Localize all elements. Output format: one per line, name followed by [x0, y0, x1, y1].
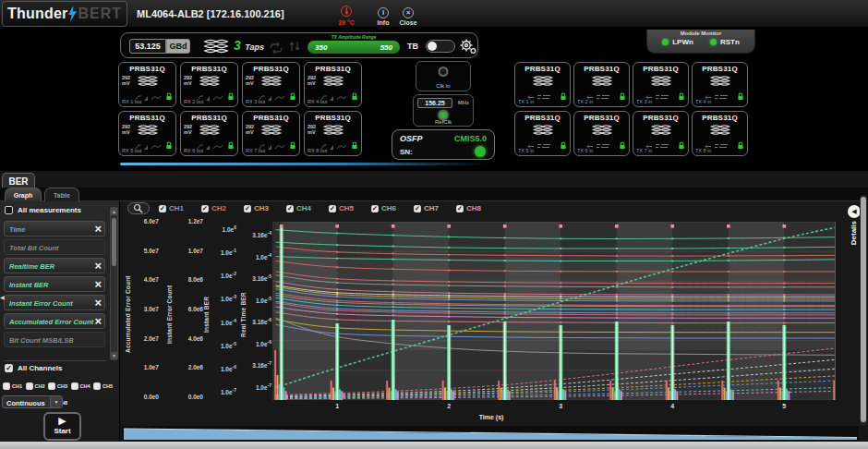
- tab-table[interactable]: Table: [44, 188, 79, 201]
- legend-channel-ch6[interactable]: ✓CH6: [371, 204, 396, 212]
- channel-checkbox[interactable]: ✓: [48, 382, 55, 390]
- legend-channel-ch8[interactable]: ✓CH8: [456, 204, 481, 212]
- zoom-tool-button[interactable]: [127, 202, 150, 214]
- info-button[interactable]: i Info: [369, 2, 397, 26]
- chevron-down-icon[interactable]: ▼: [50, 396, 62, 407]
- toggle-knob: [428, 42, 437, 51]
- rx-card-rx-8-out[interactable]: PRBS31Q292mVRX 8 out: [304, 111, 362, 156]
- ber-graph-plot[interactable]: [272, 222, 836, 400]
- rx-card-rx-7-out[interactable]: PRBS31Q292mVRX 7 out: [242, 111, 300, 156]
- measurement-item-accumulated-error-count[interactable]: Accumulated Error Count×: [4, 313, 105, 329]
- all-measurements-row[interactable]: All measurements: [5, 206, 81, 214]
- scroll-up-icon[interactable]: ▲: [111, 208, 117, 215]
- measurement-item-time[interactable]: Time×: [4, 221, 105, 237]
- y-tick: 1.0e7: [127, 364, 159, 370]
- legend-channel-ch3[interactable]: ✓CH3: [244, 204, 269, 212]
- tx-card-tx-2-in[interactable]: PRBS31QTX 2 in: [573, 62, 630, 107]
- tx-card-tx-1-in[interactable]: PRBS31QTX 1 in: [514, 62, 571, 107]
- rx-card-rx-1-out[interactable]: PRBS31Q292mVRX 1 out: [118, 62, 176, 107]
- legend-label: CH8: [466, 204, 481, 212]
- scroll-down-icon[interactable]: ▼: [111, 352, 117, 359]
- legend-channel-ch2[interactable]: ✓CH2: [201, 204, 226, 212]
- legend-checkbox[interactable]: ✓: [286, 205, 294, 212]
- refclk-value-field[interactable]: 156.25: [417, 98, 452, 108]
- tx-amplitude-range[interactable]: TX Amplitude Range 350 550: [307, 34, 400, 58]
- legend-label: CH5: [339, 204, 354, 212]
- measurement-item-total-bit-count[interactable]: Total Bit Count: [4, 239, 105, 255]
- sidebar-collapse-arrow-icon[interactable]: ◀: [0, 294, 5, 300]
- channel-checkbox[interactable]: ✓: [3, 382, 10, 390]
- tx-card-tx-6-in[interactable]: PRBS31QTX 6 in: [573, 111, 630, 156]
- measurement-item-instant-ber[interactable]: Instant BER×: [4, 276, 105, 292]
- measurement-item-instant-error-count[interactable]: Instant Error Count×: [4, 295, 105, 310]
- tab-ber[interactable]: BER: [2, 173, 35, 188]
- taps-control[interactable]: 3 Taps: [234, 37, 264, 54]
- refclk-card[interactable]: 156.25 MHz RefClk: [413, 94, 474, 127]
- sidebar-channel-ch4[interactable]: ✓CH4: [71, 382, 94, 390]
- legend-checkbox[interactable]: ✓: [371, 205, 379, 212]
- osfp-sn-label: SN:: [400, 148, 413, 156]
- channel-checkbox[interactable]: ✓: [26, 382, 33, 390]
- legend-channel-ch5[interactable]: ✓CH5: [329, 204, 354, 212]
- vertical-scrollbar[interactable]: [860, 195, 867, 426]
- y-tick: 1.0e-4: [205, 318, 236, 326]
- scroll-thumb[interactable]: [112, 218, 116, 266]
- tb-toggle-switch[interactable]: [426, 40, 455, 53]
- tx-card-tx-3-in[interactable]: PRBS31QTX 3 in: [633, 62, 689, 107]
- remove-measurement-icon[interactable]: ×: [94, 277, 102, 292]
- rx-card-rx-3-out[interactable]: PRBS31Q292mVRX 3 out: [242, 62, 300, 107]
- rx-card-rx-2-out[interactable]: PRBS31Q292mVRX 2 out: [180, 62, 238, 107]
- remove-measurement-icon[interactable]: ×: [94, 314, 102, 329]
- details-tab[interactable]: Details: [850, 221, 858, 245]
- tab-graph[interactable]: Graph: [5, 188, 42, 201]
- remove-measurement-icon[interactable]: ×: [94, 259, 102, 273]
- legend-checkbox[interactable]: ✓: [159, 205, 166, 212]
- rx-card-rx-5-out[interactable]: PRBS31Q292mVRX 5 out: [118, 111, 176, 156]
- legend-channel-ch7[interactable]: ✓CH7: [414, 204, 439, 212]
- measurement-scrollbar[interactable]: ▲ ▼: [110, 207, 118, 360]
- measurement-item-realtime-ber[interactable]: Realtime BER×: [4, 258, 105, 273]
- legend-channel-ch4[interactable]: ✓CH4: [286, 204, 311, 212]
- tx-card-tx-8-in[interactable]: PRBS31QTX 8 in: [692, 111, 748, 156]
- tx-card-tx-4-in[interactable]: PRBS31QTX 4 in: [692, 62, 748, 107]
- close-button[interactable]: × Close: [394, 2, 422, 26]
- clk-in-card[interactable]: Clk In: [416, 61, 471, 91]
- osfp-panel[interactable]: OSFP CMIS5.0 SN:: [392, 129, 495, 160]
- loopback-icon[interactable]: [269, 41, 283, 57]
- legend-checkbox[interactable]: ✓: [329, 205, 336, 212]
- y-tick: 0.0e0: [172, 394, 203, 400]
- swap-icon[interactable]: [289, 40, 300, 56]
- legend-checkbox[interactable]: ✓: [244, 205, 251, 212]
- channel-checkbox[interactable]: ✓: [71, 382, 78, 390]
- details-collapse-button[interactable]: ◀: [848, 205, 861, 218]
- mode-dropdown[interactable]: Continuous ▼: [2, 395, 63, 408]
- logo-text-bert: BERT: [78, 6, 122, 22]
- tx-card-tx-7-in[interactable]: PRBS31QTX 7 in: [633, 111, 689, 156]
- rx-card-rx-6-out[interactable]: PRBS31Q292mVRX 6 out: [180, 111, 238, 156]
- sidebar-channel-ch2[interactable]: ✓CH2: [26, 382, 49, 390]
- all-measurements-checkbox[interactable]: [5, 206, 13, 214]
- rx-card-rx-4-out[interactable]: PRBS31Q292mVRX 4 out: [304, 62, 362, 107]
- sidebar-channel-ch3[interactable]: ✓CH3: [48, 382, 71, 390]
- measurement-item-bit-count-msb-lsb[interactable]: Bit Count MSB/LSB: [4, 332, 105, 347]
- channel-checkbox[interactable]: ✓: [93, 382, 101, 390]
- graph-overview-strip[interactable]: [122, 426, 859, 441]
- settings-gear-icon[interactable]: [459, 38, 477, 55]
- legend-channel-ch1[interactable]: ✓CH1: [159, 204, 184, 212]
- tx-amplitude-box[interactable]: 350 550: [307, 41, 400, 54]
- legend-checkbox[interactable]: ✓: [456, 205, 464, 212]
- baud-rate-field[interactable]: 53.125: [129, 39, 166, 54]
- sidebar-channel-ch5[interactable]: ✓CH5: [93, 382, 116, 390]
- legend-checkbox[interactable]: ✓: [201, 205, 209, 212]
- remove-measurement-icon[interactable]: ×: [94, 222, 102, 237]
- baud-unit-label[interactable]: GBd: [166, 39, 190, 54]
- legend-checkbox[interactable]: ✓: [414, 205, 421, 212]
- vertical-scroll-thumb[interactable]: [861, 197, 866, 422]
- tx-card-tx-5-in[interactable]: PRBS31QTX 5 in: [514, 111, 571, 156]
- all-channels-row[interactable]: ✓ All Channels: [5, 364, 62, 372]
- all-channels-checkbox[interactable]: ✓: [5, 364, 13, 372]
- start-button[interactable]: ▶ Start: [43, 412, 81, 441]
- remove-measurement-icon[interactable]: ×: [94, 296, 102, 310]
- sidebar-channel-ch1[interactable]: ✓CH1: [3, 382, 26, 390]
- y-tick: 2.0e6: [172, 364, 203, 370]
